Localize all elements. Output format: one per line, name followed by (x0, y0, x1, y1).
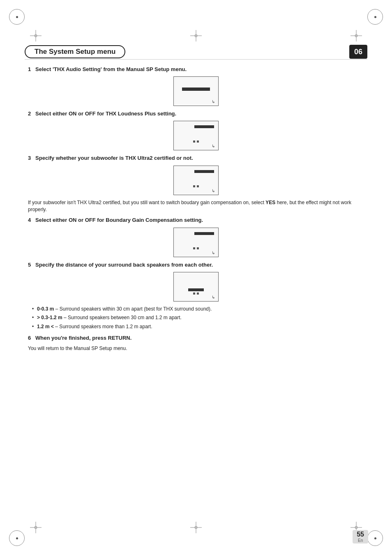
step-6-text: 6 When you're finished, press RETURN. (28, 334, 364, 342)
step-5-text: 5 Specify the distance of your surround … (28, 261, 364, 269)
bullet-list: 0-0.3 m – Surround speakers within 30 cm… (32, 306, 364, 330)
step-5: 5 Specify the distance of your surround … (28, 261, 364, 302)
bullet-item-3: 1.2 m < – Surround speakers more than 1.… (32, 323, 364, 330)
chapter-number: 06 (349, 45, 367, 59)
note-bold-word: YES (265, 200, 275, 205)
step-1-text: 1 Select 'THX Audio Setting' from the Ma… (28, 66, 364, 73)
step-1: 1 Select 'THX Audio Setting' from the Ma… (28, 66, 364, 106)
step-2-text: 2 Select either ON or OFF for THX Loudne… (28, 110, 364, 117)
arrow-icon-2: ↳ (212, 144, 215, 148)
arrow-icon-4: ↳ (212, 251, 215, 255)
page-number: 55 (357, 531, 364, 538)
arrow-icon-5: ↳ (212, 295, 215, 299)
step-6-note: You will return to the Manual SP Setup m… (28, 345, 364, 352)
crosshair-tr (350, 30, 362, 41)
step-2: 2 Select either ON or OFF for THX Loudne… (28, 110, 364, 150)
diagram-1: ↳ (173, 76, 219, 106)
diagram-2: ↳ (173, 121, 219, 150)
corner-decoration-bl (9, 530, 25, 546)
header-title: The System Setup menu (25, 45, 125, 58)
step-4: 4 Select either ON or OFF for Boundary G… (28, 216, 364, 257)
corner-decoration-br (367, 530, 383, 546)
crosshair-tl (30, 30, 42, 41)
crosshair-bl (30, 522, 42, 533)
crosshair-bottom-center (190, 522, 202, 533)
page-lang: En (357, 538, 364, 543)
crosshair-top-center (190, 30, 202, 41)
step-4-text: 4 Select either ON or OFF for Boundary G… (28, 216, 364, 224)
bullet-item-2: > 0.3-1.2 m – Surround speakers between … (32, 314, 364, 321)
header-bar: The System Setup menu 06 (25, 44, 367, 59)
step-3-text: 3 Specify whether your subwoofer is THX … (28, 154, 364, 162)
note-paragraph: If your subwoofer isn't THX Ultra2 certi… (28, 199, 364, 214)
diagram-5: ↳ (173, 272, 219, 302)
main-content: 1 Select 'THX Audio Setting' from the Ma… (28, 66, 364, 522)
corner-decoration-tl (9, 9, 25, 25)
step-6: 6 When you're finished, press RETURN. Yo… (28, 334, 364, 352)
page-number-box: 55 En (353, 530, 368, 543)
corner-decoration-tr (367, 9, 383, 25)
header-divider (25, 59, 367, 60)
header-title-text: The System Setup menu (35, 48, 115, 56)
bullet-item-1: 0-0.3 m – Surround speakers within 30 cm… (32, 306, 364, 313)
diagram-3: ↳ (173, 166, 219, 195)
step-3: 3 Specify whether your subwoofer is THX … (28, 154, 364, 195)
diagram-4: ↳ (173, 228, 219, 257)
arrow-icon-3: ↳ (212, 189, 215, 193)
arrow-icon-1: ↳ (212, 99, 215, 104)
